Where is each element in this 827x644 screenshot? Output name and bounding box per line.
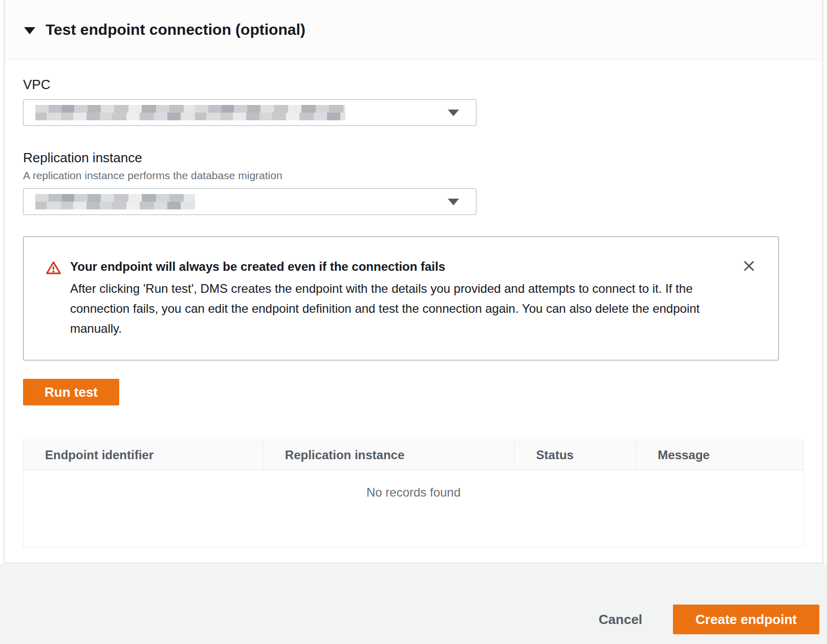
vpc-dropdown-caret-icon: [448, 110, 459, 116]
footer-action-bar: Cancel Create endpoint: [0, 563, 827, 644]
replication-instance-help-text: A replication instance performs the data…: [23, 169, 804, 182]
vpc-select[interactable]: [23, 99, 476, 126]
section-title: Test endpoint connection (optional): [46, 21, 306, 38]
section-header-toggle[interactable]: Test endpoint connection (optional): [5, 0, 822, 60]
replication-instance-value-redacted: [35, 194, 195, 209]
replication-instance-select[interactable]: [23, 188, 476, 215]
warning-close-icon[interactable]: [742, 259, 756, 273]
vpc-label: VPC: [23, 77, 804, 93]
table-header-row: Endpoint identifier Replication instance…: [24, 440, 803, 470]
warning-body: After clicking 'Run test', DMS creates t…: [70, 278, 722, 338]
vpc-select-value-redacted: [35, 105, 345, 120]
table-header-endpoint-identifier: Endpoint identifier: [24, 440, 263, 469]
section-content: VPC Replication instance A replication i…: [5, 77, 822, 547]
section-collapse-caret-icon: [24, 27, 35, 34]
connection-results-table: Endpoint identifier Replication instance…: [23, 440, 804, 547]
empty-state-text: No records found: [24, 470, 803, 500]
warning-title: Your endpoint will always be created eve…: [70, 260, 722, 274]
test-endpoint-connection-card: Test endpoint connection (optional) VPC …: [4, 0, 823, 563]
run-test-button[interactable]: Run test: [23, 379, 119, 405]
create-endpoint-button[interactable]: Create endpoint: [673, 605, 819, 634]
table-body: No records found: [24, 470, 803, 547]
cancel-button[interactable]: Cancel: [594, 612, 647, 628]
table-header-replication-instance: Replication instance: [263, 440, 514, 469]
warning-alert: Your endpoint will always be created eve…: [23, 237, 779, 360]
warning-triangle-icon: [46, 260, 61, 278]
replication-instance-label: Replication instance: [23, 150, 804, 166]
warning-text-block: Your endpoint will always be created eve…: [70, 260, 722, 338]
table-header-status: Status: [514, 440, 636, 469]
table-header-message: Message: [636, 440, 803, 469]
replication-instance-dropdown-caret-icon: [448, 199, 459, 205]
